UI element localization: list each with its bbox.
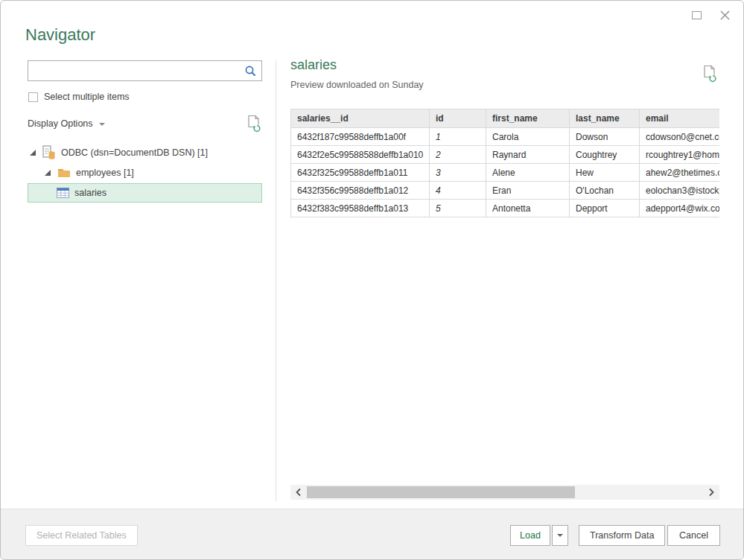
- chevron-right-icon: [708, 488, 715, 497]
- close-button[interactable]: [716, 7, 733, 23]
- column-header-salaries__id: salaries__id: [291, 109, 430, 128]
- table-cell: 6432f356c99588deffb1a012: [291, 182, 430, 200]
- scroll-left-button[interactable]: [290, 485, 307, 500]
- navigator-dialog: Navigator Select multiple items Display …: [0, 0, 744, 560]
- expand-collapse-icon[interactable]: [29, 149, 36, 156]
- scrollbar-thumb[interactable]: [307, 486, 575, 498]
- refresh-preview-button[interactable]: [702, 65, 718, 86]
- database-source-icon: [42, 145, 56, 160]
- display-options-label: Display Options: [28, 118, 93, 129]
- tree-item-salaries[interactable]: salaries: [28, 183, 262, 203]
- table-cell: 6432f2e5c99588588deffb1a010: [291, 146, 430, 164]
- table-cell: 5: [430, 200, 486, 217]
- tree-item-label: salaries: [74, 188, 106, 198]
- chevron-left-icon: [295, 488, 302, 497]
- preview-table-container: salaries__ididfirst_namelast_nameemail 6…: [290, 109, 719, 220]
- footer-bar: Select Related Tables Load Transform Dat…: [1, 509, 743, 559]
- select-multiple-row: Select multiple items: [28, 91, 262, 103]
- table-cell: ahew2@thetimes.co: [640, 164, 720, 182]
- table-row: 6432f356c99588deffb1a0124EranO'Lochaneol…: [291, 182, 720, 200]
- column-header-first_name: first_name: [486, 109, 570, 128]
- table-cell: 2: [430, 146, 486, 164]
- table-cell: Raynard: [486, 146, 570, 164]
- table-cell: 1: [430, 128, 486, 146]
- table-cell: Alene: [486, 164, 570, 182]
- preview-table-body: 6432f187c99588deffb1a00f1CarolaDowsoncdo…: [291, 128, 720, 217]
- display-options-dropdown[interactable]: Display Options: [28, 118, 105, 129]
- folder-icon: [57, 168, 71, 178]
- preview-subtitle: Preview downloaded on Sunday: [290, 80, 424, 90]
- table-icon: [57, 188, 69, 198]
- table-cell: Dowson: [570, 128, 640, 146]
- select-multiple-label: Select multiple items: [44, 92, 130, 102]
- table-cell: eolochan3@istockp: [640, 182, 720, 200]
- tree-item-employees[interactable]: employees [1]: [28, 163, 262, 182]
- transform-data-button[interactable]: Transform Data: [579, 525, 665, 546]
- window-controls: [688, 7, 733, 23]
- table-cell: adepport4@wix.cor: [640, 200, 720, 217]
- table-cell: Depport: [570, 200, 640, 217]
- navigation-tree: ODBC (dsn=DocumentDB DSN) [1] employees …: [28, 143, 262, 203]
- column-header-email: email: [640, 109, 720, 128]
- table-row: 6432f2e5c99588588deffb1a0102RaynardCough…: [291, 146, 720, 164]
- options-row: Display Options: [28, 115, 262, 133]
- expand-collapse-icon[interactable]: [44, 169, 51, 176]
- refresh-left-button[interactable]: [247, 115, 262, 133]
- preview-title: salaries: [290, 57, 337, 73]
- chevron-down-icon: [557, 534, 563, 537]
- chevron-down-icon: [99, 123, 105, 126]
- table-cell: Hew: [570, 164, 640, 182]
- cancel-button[interactable]: Cancel: [667, 525, 720, 546]
- search-icon[interactable]: [244, 65, 257, 80]
- select-related-tables-button[interactable]: Select Related Tables: [25, 525, 138, 546]
- table-row: 6432f187c99588deffb1a00f1CarolaDowsoncdo…: [291, 128, 720, 146]
- table-cell: 6432f383c99588deffb1a013: [291, 200, 430, 217]
- table-cell: 6432f325c99588deffb1a011: [291, 164, 430, 182]
- tree-item-label: employees [1]: [76, 168, 134, 178]
- preview-table-header-row: salaries__ididfirst_namelast_nameemail: [291, 109, 720, 128]
- load-dropdown-button[interactable]: [552, 525, 568, 546]
- table-cell: 6432f187c99588deffb1a00f: [291, 128, 430, 146]
- page-title: Navigator: [25, 25, 95, 45]
- column-header-id: id: [430, 109, 486, 128]
- search-input[interactable]: [28, 61, 261, 80]
- close-icon: [719, 10, 731, 21]
- table-row: 6432f383c99588deffb1a0135AntonettaDeppor…: [291, 200, 720, 217]
- preview-table: salaries__ididfirst_namelast_nameemail 6…: [290, 109, 719, 217]
- scrollbar-track[interactable]: [307, 485, 703, 500]
- table-cell: cdowson0@cnet.co: [640, 128, 720, 146]
- table-cell: Carola: [486, 128, 570, 146]
- table-cell: Coughtrey: [570, 146, 640, 164]
- horizontal-scrollbar[interactable]: [290, 485, 719, 500]
- tree-item-odbc[interactable]: ODBC (dsn=DocumentDB DSN) [1]: [28, 143, 262, 162]
- table-cell: Antonetta: [486, 200, 570, 217]
- column-header-last_name: last_name: [570, 109, 640, 128]
- table-cell: rcoughtrey1@home: [640, 146, 720, 164]
- maximize-button[interactable]: [688, 7, 705, 23]
- table-cell: 3: [430, 164, 486, 182]
- maximize-icon: [692, 11, 702, 19]
- table-row: 6432f325c99588deffb1a0113AleneHewahew2@t…: [291, 164, 720, 182]
- select-multiple-checkbox[interactable]: [28, 92, 38, 102]
- scroll-right-button[interactable]: [703, 485, 719, 500]
- table-cell: 4: [430, 182, 486, 200]
- search-box: [28, 60, 262, 81]
- load-button[interactable]: Load: [510, 525, 550, 546]
- tree-item-label: ODBC (dsn=DocumentDB DSN) [1]: [61, 147, 208, 158]
- table-cell: Eran: [486, 182, 570, 200]
- left-pane: Select multiple items Display Options: [28, 60, 262, 203]
- refresh-document-icon: [702, 65, 718, 83]
- refresh-document-icon: [247, 115, 262, 133]
- table-cell: O'Lochan: [570, 182, 640, 200]
- pane-divider: [276, 60, 276, 501]
